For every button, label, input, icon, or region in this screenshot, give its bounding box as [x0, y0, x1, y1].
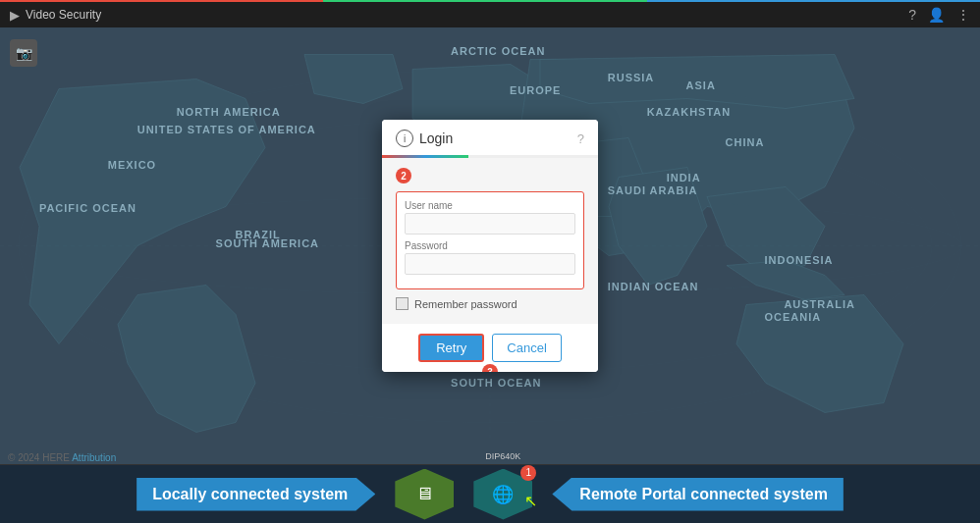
username-field-group: User name — [405, 200, 575, 235]
login-progress-bar — [382, 155, 598, 158]
retry-button[interactable]: Retry — [418, 334, 484, 362]
login-body: 2 User name Password Remember password — [382, 158, 598, 324]
login-title: Login — [419, 131, 453, 146]
topbar-left: ▶ Video Security — [10, 8, 101, 23]
user-icon[interactable]: 👤 — [928, 7, 945, 23]
login-header: i Login ? — [382, 120, 598, 147]
password-field-group: Password — [405, 240, 575, 275]
remote-device-container: 🌐 1 DIP640K ↖ — [473, 469, 532, 520]
more-icon[interactable]: ⋮ — [956, 7, 970, 23]
login-fields: User name Password — [396, 191, 584, 289]
remember-label: Remember password — [414, 298, 517, 310]
step2-indicator: 2 — [396, 168, 411, 183]
help-icon[interactable]: ? — [908, 7, 916, 23]
app-title: Video Security — [26, 8, 101, 22]
login-help-icon[interactable]: ? — [577, 131, 584, 146]
topbar: ▶ Video Security ? 👤 ⋮ — [0, 0, 980, 27]
login-progress-fill — [382, 155, 468, 158]
login-footer: Retry Cancel 3 — [382, 324, 598, 372]
username-input[interactable] — [405, 213, 575, 235]
video-security-icon: ▶ — [10, 8, 20, 23]
topbar-right: ? 👤 ⋮ — [908, 7, 970, 23]
locally-connected-label: Locally connected system — [136, 478, 375, 511]
login-dialog: i Login ? 2 User name Password — [382, 120, 598, 372]
cursor-icon: ↖ — [524, 492, 537, 510]
remember-row: Remember password — [396, 297, 584, 310]
local-device-hex[interactable]: 🖥 — [395, 469, 454, 520]
username-label: User name — [405, 200, 575, 211]
local-device-icon: 🖥 — [415, 484, 433, 504]
remember-checkbox[interactable] — [396, 297, 408, 310]
remote-portal-label: Remote Portal connected system — [552, 478, 844, 511]
cancel-button[interactable]: Cancel — [492, 334, 561, 362]
notification-badge: 1 — [520, 465, 536, 481]
remote-device-icon: 🌐 — [492, 484, 514, 505]
bottom-panel: Locally connected system 🖥 🌐 1 DIP640K ↖… — [0, 464, 980, 523]
password-input[interactable] — [405, 253, 575, 275]
login-title-row: i Login — [396, 130, 453, 147]
password-label: Password — [405, 240, 575, 251]
login-step-indicator: i — [396, 130, 413, 147]
login-overlay: i Login ? 2 User name Password — [0, 27, 980, 464]
